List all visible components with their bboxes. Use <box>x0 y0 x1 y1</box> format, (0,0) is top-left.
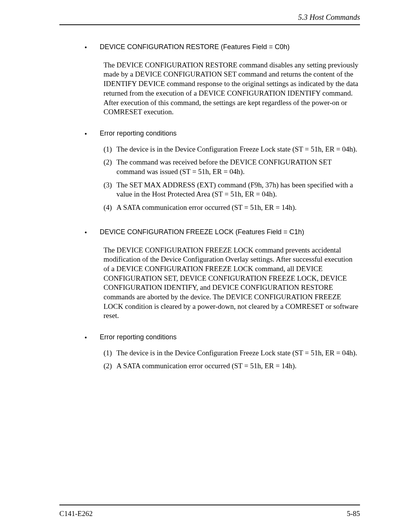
list-number: (3) <box>104 181 116 199</box>
bullet-icon: • <box>82 129 100 139</box>
header-rule <box>59 24 360 25</box>
list-item: (2) A SATA communication error occurred … <box>104 361 360 371</box>
list-number: (2) <box>104 158 116 176</box>
list-item: (1) The device is in the Device Configur… <box>104 348 360 358</box>
list-text: A SATA communication error occurred (ST … <box>116 361 360 371</box>
page: 5.3 Host Commands • DEVICE CONFIGURATION… <box>0 0 411 532</box>
list-item: (1) The device is in the Device Configur… <box>104 145 360 154</box>
bullet-title: Error reporting conditions <box>100 333 360 342</box>
bullet-item: • Error reporting conditions <box>82 129 360 139</box>
list-item: (3) The SET MAX ADDRESS (EXT) command (F… <box>104 181 360 199</box>
list-text: The device is in the Device Configuratio… <box>116 145 360 154</box>
bullet-item: • DEVICE CONFIGURATION FREEZE LOCK (Feat… <box>82 228 360 237</box>
bullet-title: DEVICE CONFIGURATION FREEZE LOCK (Featur… <box>100 228 360 236</box>
list-item: (4) A SATA communication error occurred … <box>104 203 360 212</box>
footer-right: 5-85 <box>347 509 360 518</box>
footer-rule <box>59 505 360 505</box>
section-title: 5.3 Host Commands <box>298 13 360 21</box>
bullet-icon: • <box>82 228 100 237</box>
list-number: (1) <box>104 348 116 358</box>
paragraph: The DEVICE CONFIGURATION FREEZE LOCK com… <box>104 246 360 321</box>
bullet-item: • Error reporting conditions <box>82 333 360 342</box>
list-number: (4) <box>104 203 116 212</box>
ordered-list: (1) The device is in the Device Configur… <box>104 348 360 371</box>
bullet-icon: • <box>82 333 100 342</box>
list-number: (2) <box>104 361 116 371</box>
list-text: A SATA communication error occurred (ST … <box>116 203 360 212</box>
list-text: The SET MAX ADDRESS (EXT) command (F9h, … <box>116 181 360 199</box>
bullet-title: DEVICE CONFIGURATION RESTORE (Features F… <box>100 43 360 51</box>
bullet-item: • DEVICE CONFIGURATION RESTORE (Features… <box>82 43 360 52</box>
footer-left: C141-E262 <box>59 509 93 518</box>
content-area: • DEVICE CONFIGURATION RESTORE (Features… <box>59 43 360 371</box>
page-header: 5.3 Host Commands <box>59 13 360 24</box>
list-text: The command was received before the DEVI… <box>116 158 360 176</box>
list-item: (2) The command was received before the … <box>104 158 360 176</box>
ordered-list: (1) The device is in the Device Configur… <box>104 145 360 212</box>
paragraph: The DEVICE CONFIGURATION RESTORE command… <box>104 61 360 117</box>
list-number: (1) <box>104 145 116 154</box>
bullet-icon: • <box>82 43 100 52</box>
page-footer: C141-E262 5-85 <box>59 505 360 518</box>
list-text: The device is in the Device Configuratio… <box>116 348 360 358</box>
bullet-title: Error reporting conditions <box>100 129 360 138</box>
